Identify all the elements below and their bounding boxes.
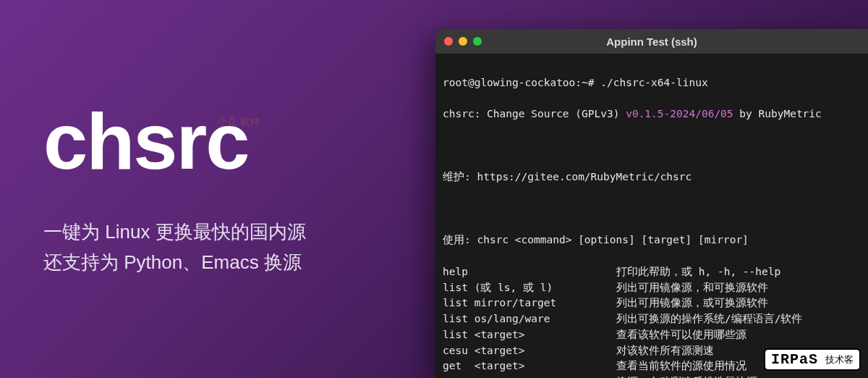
command-desc: 列出可用镜像源，或可换源软件 <box>616 295 768 311</box>
version-string: v0.1.5-2024/06/05 <box>626 108 733 119</box>
app-logo-text: chsrc <box>43 101 306 181</box>
command-name: list os/lang/ware <box>443 311 616 327</box>
maintain-url: https://gitee.com/RubyMetric/chsrc <box>477 171 692 182</box>
badge-logo: IRPaS <box>771 351 818 368</box>
command-name: help <box>443 264 616 280</box>
command-name: set <target> <box>443 374 616 378</box>
help-command-row: list mirror/target列出可用镜像源，或可换源软件 <box>443 295 861 311</box>
typed-command: ./chsrc-x64-linux <box>600 77 707 88</box>
hero-panel: chsrc 一键为 Linux 更换最快的国内源 还支持为 Python、Ema… <box>43 101 306 277</box>
terminal-output[interactable]: root@glowing-cockatoo:~# ./chsrc-x64-lin… <box>435 54 868 378</box>
command-name: cesu <target> <box>443 343 616 359</box>
watermark-appinn: 小众 软件 <box>217 116 260 129</box>
site-badge: IRPaS 技术客 <box>764 348 861 371</box>
command-desc: 查看该软件可以使用哪些源 <box>616 327 746 343</box>
usage-line: 使用: chsrc <command> [options] [target] [… <box>443 232 861 248</box>
minimize-icon[interactable] <box>459 37 467 46</box>
shell-prompt: root@glowing-cockatoo:~# <box>443 77 600 88</box>
command-name: get <target> <box>443 358 616 374</box>
command-name: list (或 ls, 或 l) <box>443 280 616 296</box>
help-command-row: list os/lang/ware列出可换源的操作系统/编程语言/软件 <box>443 311 861 327</box>
help-command-row: set <target>换源，自动测速后挑选最快源 <box>443 374 861 378</box>
maintain-line: 维护: https://gitee.com/RubyMetric/chsrc <box>443 169 861 185</box>
badge-subtitle: 技术客 <box>825 353 854 366</box>
command-desc: 列出可用镜像源，和可换源软件 <box>616 280 768 296</box>
command-name: list <target> <box>443 327 616 343</box>
tagline-line-1: 一键为 Linux 更换最快的国内源 <box>43 217 306 248</box>
terminal-title: Appinn Test (ssh) <box>606 35 697 48</box>
terminal-window: Appinn Test (ssh) root@glowing-cockatoo:… <box>435 29 868 378</box>
banner-line: chsrc: Change Source (GPLv3) v0.1.5-2024… <box>443 106 861 122</box>
maximize-icon[interactable] <box>473 37 482 46</box>
command-desc: 列出可换源的操作系统/编程语言/软件 <box>616 311 802 327</box>
window-controls <box>444 37 482 46</box>
close-icon[interactable] <box>444 37 453 46</box>
terminal-titlebar: Appinn Test (ssh) <box>435 29 868 54</box>
help-command-row: list (或 ls, 或 l)列出可用镜像源，和可换源软件 <box>443 280 861 296</box>
prompt-line: root@glowing-cockatoo:~# ./chsrc-x64-lin… <box>443 75 861 91</box>
help-command-row: list <target>查看该软件可以使用哪些源 <box>443 327 861 343</box>
tagline-line-2: 还支持为 Python、Emacs 换源 <box>43 248 306 278</box>
command-name: list mirror/target <box>443 295 616 311</box>
command-desc: 打印此帮助，或 h, -h, --help <box>616 264 780 280</box>
command-desc: 查看当前软件的源使用情况 <box>616 358 746 374</box>
tagline: 一键为 Linux 更换最快的国内源 还支持为 Python、Emacs 换源 <box>43 217 306 277</box>
help-command-row: help打印此帮助，或 h, -h, --help <box>443 264 861 280</box>
command-desc: 换源，自动测速后挑选最快源 <box>616 374 757 378</box>
command-desc: 对该软件所有源测速 <box>616 343 714 359</box>
